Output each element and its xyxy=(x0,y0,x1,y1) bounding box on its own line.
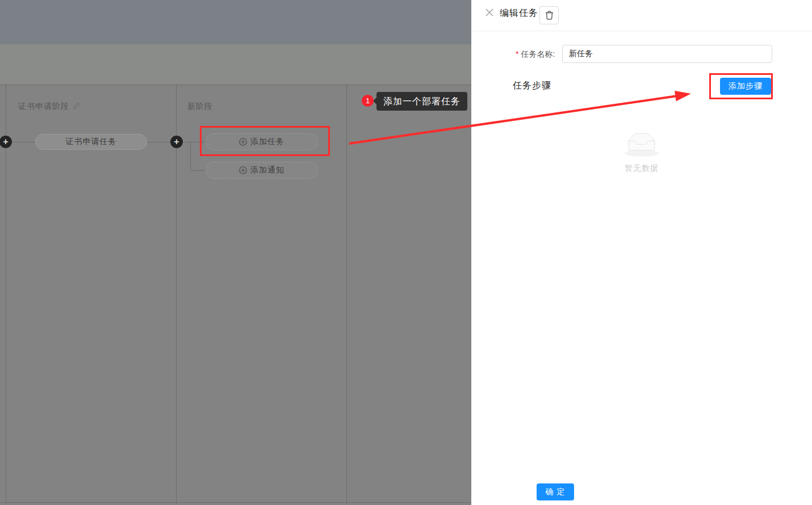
circle-plus-icon xyxy=(239,166,247,174)
add-stage-button[interactable]: + xyxy=(0,136,12,148)
guide-highlight-add-task xyxy=(200,126,330,156)
stage-title-1: 证书申请阶段 xyxy=(18,102,80,112)
tooltip-caret xyxy=(373,97,377,105)
empty-box-icon xyxy=(623,129,660,158)
delete-task-button[interactable] xyxy=(539,6,559,24)
stage-title-2: 新阶段 xyxy=(187,102,213,112)
add-notice-button[interactable]: 添加通知 xyxy=(206,162,318,179)
task-name-label: *任务名称: xyxy=(516,49,555,60)
required-mark: * xyxy=(516,49,518,58)
pipeline-connector xyxy=(190,170,206,171)
task-node-label: 证书申请任务 xyxy=(66,137,117,147)
guide-step-badge: 1 xyxy=(362,95,374,107)
stage-name: 证书申请阶段 xyxy=(18,102,69,112)
dimmed-toolbar xyxy=(0,44,471,85)
dimmed-app-header xyxy=(0,0,471,44)
edit-pencil-icon[interactable] xyxy=(73,102,80,111)
stage-column-border xyxy=(346,85,347,503)
empty-state: 暂无数据 xyxy=(471,129,812,174)
close-icon[interactable] xyxy=(485,8,495,18)
page: 证书申请阶段 证书申请任务 新阶段 添加任务 xyxy=(0,0,812,505)
guide-tooltip: 添加一个部署任务 xyxy=(376,92,467,111)
add-notice-label: 添加通知 xyxy=(250,165,284,175)
empty-text: 暂无数据 xyxy=(471,163,812,174)
task-node-certificate[interactable]: 证书申请任务 xyxy=(35,134,147,150)
stage-name: 新阶段 xyxy=(187,102,213,112)
plus-icon: + xyxy=(174,137,179,146)
trash-icon xyxy=(545,11,554,20)
pipeline-connector-elbow xyxy=(190,142,191,170)
task-name-input[interactable] xyxy=(562,45,772,63)
drawer-title: 编辑任务 xyxy=(500,7,538,19)
plus-icon: + xyxy=(3,137,8,146)
guide-tooltip-text: 添加一个部署任务 xyxy=(383,96,461,106)
confirm-button[interactable]: 确 定 xyxy=(537,483,574,500)
drawer-header: 编辑任务 xyxy=(471,0,812,31)
task-steps-section-label: 任务步骤 xyxy=(513,80,551,92)
add-stage-button[interactable]: + xyxy=(170,136,183,148)
pipeline-workspace: 证书申请阶段 证书申请任务 新阶段 添加任务 xyxy=(0,0,471,505)
guide-highlight-add-step xyxy=(709,73,773,99)
